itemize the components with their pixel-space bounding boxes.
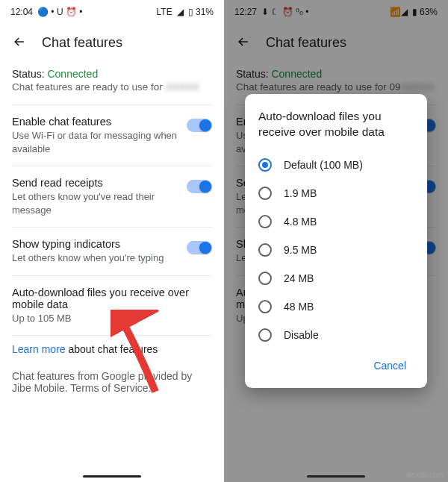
setting-title: Auto-download files you receive over mob… xyxy=(12,287,212,310)
watermark: wsxdn.com xyxy=(406,471,444,479)
nav-pill[interactable] xyxy=(307,475,365,478)
radio-icon xyxy=(258,328,272,342)
radio-icon xyxy=(258,187,272,200)
radio-icon xyxy=(258,158,272,172)
dialog-title: Auto-download files you receive over mob… xyxy=(258,109,414,140)
clock: 12:04 xyxy=(10,7,33,17)
radio-label: 1.9 MB xyxy=(284,187,317,199)
toggle-read-receipts[interactable] xyxy=(187,180,212,193)
radio-option-4-8mb[interactable]: 4.8 MB xyxy=(258,207,414,236)
toggle-typing-indicators[interactable] xyxy=(187,241,212,254)
learn-more-link[interactable]: Learn more xyxy=(12,343,66,355)
setting-typing-indicators[interactable]: Show typing indicators Let others know w… xyxy=(12,227,212,275)
radio-option-48mb[interactable]: 48 MB xyxy=(258,292,414,321)
status-bar: 12:04 🔵 • U ⏰ • LTE ◢ ▯ 31% xyxy=(0,0,224,24)
status-icons-left: 🔵 • U ⏰ • xyxy=(37,7,82,17)
radio-icon xyxy=(258,243,272,257)
radio-option-default[interactable]: Default (100 MB) xyxy=(258,151,414,179)
right-screenshot: 12:27 ⬇ ☾ ⏰ ⁰₀ • 📶◢ ▮ 63% Chat features … xyxy=(224,0,448,482)
radio-label: 9.5 MB xyxy=(284,244,317,256)
radio-label: 4.8 MB xyxy=(284,216,317,228)
radio-label: 48 MB xyxy=(284,301,314,313)
radio-label: Disable xyxy=(284,329,319,341)
page-title: Chat features xyxy=(42,35,122,51)
auto-download-dialog: Auto-download files you receive over mob… xyxy=(245,94,427,388)
radio-option-24mb[interactable]: 24 MB xyxy=(258,264,414,292)
network-label: LTE xyxy=(157,7,172,17)
battery-icon: ▯ 31% xyxy=(188,7,214,17)
radio-option-9-5mb[interactable]: 9.5 MB xyxy=(258,236,414,264)
footer-provider: Chat features from Google provided by Ji… xyxy=(12,366,212,404)
setting-title: Enable chat features xyxy=(12,116,178,128)
setting-subtitle: Let others know when you're typing xyxy=(12,251,178,265)
back-icon[interactable] xyxy=(12,34,27,51)
setting-subtitle: Use Wi-Fi or data for messaging when ava… xyxy=(12,129,178,155)
radio-icon xyxy=(258,300,272,313)
setting-title: Show typing indicators xyxy=(12,238,178,250)
status-value: Connected xyxy=(47,68,98,80)
learn-more-text: about chat features xyxy=(66,343,158,355)
setting-enable-chat[interactable]: Enable chat features Use Wi-Fi or data f… xyxy=(12,104,212,166)
setting-read-receipts[interactable]: Send read receipts Let others know you'v… xyxy=(12,166,212,227)
setting-subtitle: Let others know you've read their messag… xyxy=(12,190,178,216)
content: Status: Connected Chat features are read… xyxy=(0,59,224,404)
setting-auto-download[interactable]: Auto-download files you receive over mob… xyxy=(12,275,212,336)
signal-icon: ◢ xyxy=(177,7,184,17)
status-description: Chat features are ready to use for XXXXX xyxy=(12,81,212,93)
cancel-button[interactable]: Cancel xyxy=(366,354,414,378)
status-label: Status: xyxy=(12,68,47,80)
setting-subtitle: Up to 105 MB xyxy=(12,312,212,325)
radio-option-1-9mb[interactable]: 1.9 MB xyxy=(258,179,414,207)
radio-icon xyxy=(258,272,272,285)
redacted-number: XXXXX xyxy=(166,81,199,93)
app-bar: Chat features xyxy=(0,24,224,59)
radio-label: Default (100 MB) xyxy=(284,159,363,171)
toggle-enable-chat[interactable] xyxy=(187,119,212,132)
left-screenshot: 12:04 🔵 • U ⏰ • LTE ◢ ▯ 31% Chat feature… xyxy=(0,0,224,482)
radio-icon xyxy=(258,215,272,228)
setting-title: Send read receipts xyxy=(12,177,178,189)
radio-option-disable[interactable]: Disable xyxy=(258,321,414,349)
nav-pill[interactable] xyxy=(83,475,141,478)
radio-label: 24 MB xyxy=(284,272,314,284)
